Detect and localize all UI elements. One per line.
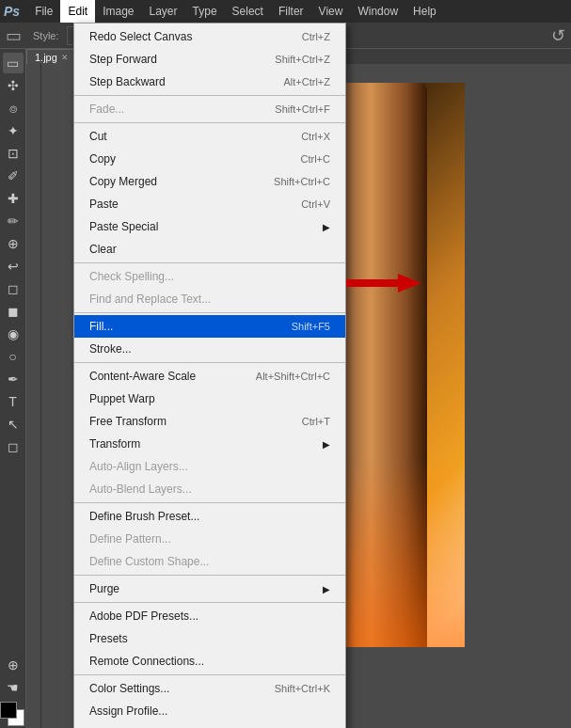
menu-item-redo[interactable]: Redo Select Canvas Ctrl+Z xyxy=(74,25,345,48)
tool-gradient[interactable]: ◼ xyxy=(3,301,24,322)
menu-item-step-forward-label: Step Forward xyxy=(89,51,157,68)
menu-item-find-replace[interactable]: Find and Replace Text... xyxy=(74,288,345,310)
menu-section-spelling: Check Spelling... Find and Replace Text.… xyxy=(74,263,345,313)
tool-text[interactable]: T xyxy=(3,391,24,412)
menu-item-fill[interactable]: Fill... Shift+F5 xyxy=(74,315,345,338)
menu-section-copy-paste: Cut Ctrl+X Copy Ctrl+C Copy Merged Shift… xyxy=(74,123,345,263)
menu-item-presets-label: Presets xyxy=(89,630,128,647)
menu-item-remote-connections[interactable]: Remote Connections... xyxy=(74,650,345,673)
tool-eraser[interactable]: ◻ xyxy=(3,278,24,299)
menu-item-stroke[interactable]: Stroke... xyxy=(74,338,345,360)
tool-path-select[interactable]: ↖ xyxy=(3,414,24,435)
menu-item-define-custom-shape[interactable]: Define Custom Shape... xyxy=(74,550,345,573)
menu-view[interactable]: View xyxy=(311,0,351,23)
tool-zoom[interactable]: ⊕ xyxy=(3,655,24,675)
transform-arrow: ▶ xyxy=(323,437,330,451)
menu-item-content-aware-shortcut: Alt+Shift+Ctrl+C xyxy=(256,369,330,385)
menu-item-paste-shortcut: Ctrl+V xyxy=(301,197,330,213)
menu-item-content-aware[interactable]: Content-Aware Scale Alt+Shift+Ctrl+C xyxy=(74,365,345,388)
menu-section-fade: Fade... Shift+Ctrl+F xyxy=(74,96,345,123)
tool-clone[interactable]: ⊕ xyxy=(3,233,24,254)
menu-item-paste[interactable]: Paste Ctrl+V xyxy=(74,193,345,215)
tool-marquee[interactable]: ▭ xyxy=(3,53,24,73)
menu-layer[interactable]: Layer xyxy=(142,0,185,23)
toolbar-style-label: Style: xyxy=(33,30,59,41)
menu-image[interactable]: Image xyxy=(95,0,141,23)
menu-item-define-brush[interactable]: Define Brush Preset... xyxy=(74,505,345,528)
menu-item-transform[interactable]: Transform ▶ xyxy=(74,433,345,455)
menu-item-fade[interactable]: Fade... Shift+Ctrl+F xyxy=(74,98,345,120)
menu-item-adobe-pdf[interactable]: Adobe PDF Presets... xyxy=(74,605,345,627)
menu-item-paste-special[interactable]: Paste Special ▶ xyxy=(74,215,345,238)
menu-item-step-backward[interactable]: Step Backward Alt+Ctrl+Z xyxy=(74,71,345,93)
tool-magic-wand[interactable]: ✦ xyxy=(3,120,24,141)
menu-item-content-aware-label: Content-Aware Scale xyxy=(89,368,196,385)
menu-file[interactable]: File xyxy=(27,0,60,23)
tool-shape[interactable]: ◻ xyxy=(3,436,24,457)
menu-item-copy-merged[interactable]: Copy Merged Shift+Ctrl+C xyxy=(74,170,345,193)
menu-item-fade-label: Fade... xyxy=(89,101,124,118)
menu-section-fill: Fill... Shift+F5 Stroke... xyxy=(74,313,345,363)
tool-history[interactable]: ↩ xyxy=(3,256,24,277)
menu-item-free-transform[interactable]: Free Transform Ctrl+T xyxy=(74,410,345,433)
menu-item-cut[interactable]: Cut Ctrl+X xyxy=(74,125,345,148)
menu-item-color-settings-shortcut: Shift+Ctrl+K xyxy=(275,681,330,697)
ps-logo: Ps xyxy=(4,4,20,19)
tool-pen[interactable]: ✒ xyxy=(3,369,24,389)
tool-move[interactable]: ✣ xyxy=(3,75,24,96)
menu-type[interactable]: Type xyxy=(185,0,225,23)
color-swatches[interactable] xyxy=(0,702,26,728)
tool-brush[interactable]: ✏ xyxy=(3,211,24,231)
tool-crop[interactable]: ⊡ xyxy=(3,143,24,164)
purge-arrow: ▶ xyxy=(323,582,330,596)
tool-eyedropper[interactable]: ✐ xyxy=(3,166,24,186)
menu-help[interactable]: Help xyxy=(405,0,444,23)
menu-item-puppet-warp[interactable]: Puppet Warp xyxy=(74,388,345,410)
menu-edit[interactable]: Edit xyxy=(60,0,95,23)
tool-hand[interactable]: ☚ xyxy=(3,677,24,698)
menu-item-convert-to-profile[interactable]: Convert to Profile... xyxy=(74,722,345,728)
edit-dropdown-menu: Redo Select Canvas Ctrl+Z Step Forward S… xyxy=(73,23,346,728)
menu-item-copy[interactable]: Copy Ctrl+C xyxy=(74,148,345,170)
menu-item-purge-label: Purge xyxy=(89,580,119,597)
menu-item-redo-shortcut: Ctrl+Z xyxy=(302,29,330,45)
menu-item-purge[interactable]: Purge ▶ xyxy=(74,578,345,600)
menu-item-copy-merged-shortcut: Shift+Ctrl+C xyxy=(274,174,330,190)
menu-item-clear-label: Clear xyxy=(89,241,117,258)
tool-heal[interactable]: ✚ xyxy=(3,188,24,209)
tool-lasso[interactable]: ⌾ xyxy=(3,98,24,119)
menu-section-color: Color Settings... Shift+Ctrl+K Assign Pr… xyxy=(74,675,345,728)
menu-item-color-settings[interactable]: Color Settings... Shift+Ctrl+K xyxy=(74,677,345,700)
menu-window[interactable]: Window xyxy=(350,0,405,23)
menu-item-paste-special-label: Paste Special xyxy=(89,218,158,235)
menu-item-auto-align-label: Auto-Align Layers... xyxy=(89,458,188,475)
toolbar-arrow-icon[interactable]: ↺ xyxy=(551,25,565,46)
red-arrow xyxy=(346,272,421,294)
menu-item-presets[interactable]: Presets xyxy=(74,627,345,650)
menu-item-define-pattern[interactable]: Define Pattern... xyxy=(74,528,345,550)
tool-blur[interactable]: ◉ xyxy=(3,324,24,344)
menu-section-transform: Content-Aware Scale Alt+Shift+Ctrl+C Pup… xyxy=(74,363,345,503)
menu-filter[interactable]: Filter xyxy=(271,0,311,23)
tab-close-icon[interactable]: ✕ xyxy=(61,53,69,62)
menu-item-fill-label: Fill... xyxy=(89,318,113,335)
marquee-tool-icon[interactable]: ▭ xyxy=(6,25,22,46)
menu-item-cut-shortcut: Ctrl+X xyxy=(301,129,330,145)
menu-item-clear[interactable]: Clear xyxy=(74,238,345,261)
menu-item-check-spelling[interactable]: Check Spelling... xyxy=(74,265,345,288)
tab-label: 1.jpg xyxy=(35,52,57,63)
foreground-color-swatch[interactable] xyxy=(0,702,17,719)
menu-item-assign-profile[interactable]: Assign Profile... xyxy=(74,700,345,722)
menu-select[interactable]: Select xyxy=(225,0,271,23)
menu-item-adobe-pdf-label: Adobe PDF Presets... xyxy=(89,608,198,625)
menu-item-remote-connections-label: Remote Connections... xyxy=(89,653,204,670)
menu-item-auto-blend[interactable]: Auto-Blend Layers... xyxy=(74,478,345,500)
menu-section-undo: Redo Select Canvas Ctrl+Z Step Forward S… xyxy=(74,24,345,96)
menu-item-auto-align[interactable]: Auto-Align Layers... xyxy=(74,455,345,478)
left-panel: ▭ ✣ ⌾ ✦ ⊡ ✐ ✚ ✏ ⊕ ↩ ◻ ◼ ◉ ○ ✒ T ↖ ◻ ⊕ ☚ xyxy=(0,49,26,728)
menu-item-auto-blend-label: Auto-Blend Layers... xyxy=(89,481,192,498)
menu-item-step-forward[interactable]: Step Forward Shift+Ctrl+Z xyxy=(74,48,345,71)
menu-item-define-brush-label: Define Brush Preset... xyxy=(89,508,199,525)
menu-item-copy-shortcut: Ctrl+C xyxy=(301,151,330,167)
tool-dodge[interactable]: ○ xyxy=(3,346,24,367)
